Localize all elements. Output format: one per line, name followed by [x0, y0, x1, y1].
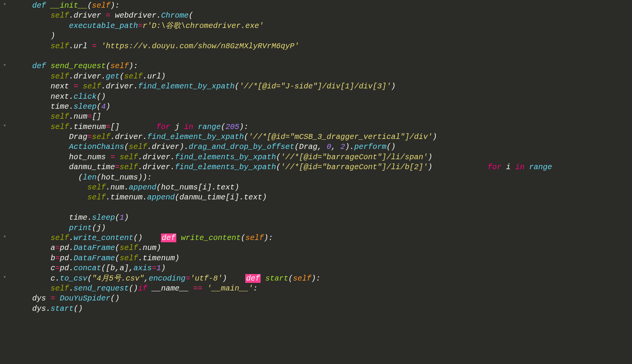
code-line: next.click()	[14, 92, 106, 101]
code-line: time.sleep(1)	[14, 213, 129, 222]
code-line: time.sleep(4)	[14, 102, 110, 111]
code-line: def __init__(self):	[14, 1, 120, 10]
code-line: self.timenum.append(danmu_time[i].text)	[14, 193, 267, 202]
code-line: executable_path=r'D:\谷歌\chromedriver.exe…	[14, 21, 264, 30]
code-line: self.timenum=[] for j in range(205):	[14, 122, 248, 131]
code-line: dys.start()	[14, 304, 83, 313]
code-line: c.to_csv("4月5号.csv",encoding='utf-8') de…	[14, 274, 320, 283]
code-line: self.num.append(hot_nums[i].text)	[14, 183, 239, 192]
code-line: )	[14, 31, 55, 40]
code-line: (len(hot_nums)):	[14, 173, 152, 182]
code-line: dys = DouYuSpider()	[14, 294, 120, 303]
code-line	[14, 52, 18, 60]
code-line	[14, 203, 18, 212]
code-line: self.write_content() def write_content(s…	[14, 233, 273, 242]
code-line: danmu_time=self.driver.find_elements_by_…	[14, 163, 552, 171]
code-line: b=pd.DataFrame(self.timenum)	[14, 254, 179, 263]
code-line: next = self.driver.find_element_by_xpath…	[14, 82, 396, 91]
code-line: print(j)	[14, 224, 106, 232]
code-line: Drag=self.driver.find_element_by_xpath('…	[14, 132, 437, 141]
code-line: hot_nums = self.driver.find_elements_by_…	[14, 153, 432, 162]
code-line: self.driver = webdriver.Chrome(	[14, 11, 193, 20]
code-line: self.url = 'https://v.douyu.com/show/n8G…	[14, 42, 299, 51]
code-line: c=pd.concat([b,a],axis=1)	[14, 264, 166, 273]
code-line: ActionChains(self.driver).drag_and_drop_…	[14, 142, 396, 151]
code-line: self.driver.get(self.url)	[14, 72, 166, 81]
code-line: a=pd.DataFrame(self.num)	[14, 243, 161, 252]
code-line: self.num=[]	[14, 112, 101, 121]
code-line: def send_request(self):	[14, 62, 138, 70]
code-line: self.send_request()if __name__ == '__mai…	[14, 284, 258, 293]
code-editor[interactable]: def __init__(self): self.driver = webdri…	[0, 0, 632, 314]
